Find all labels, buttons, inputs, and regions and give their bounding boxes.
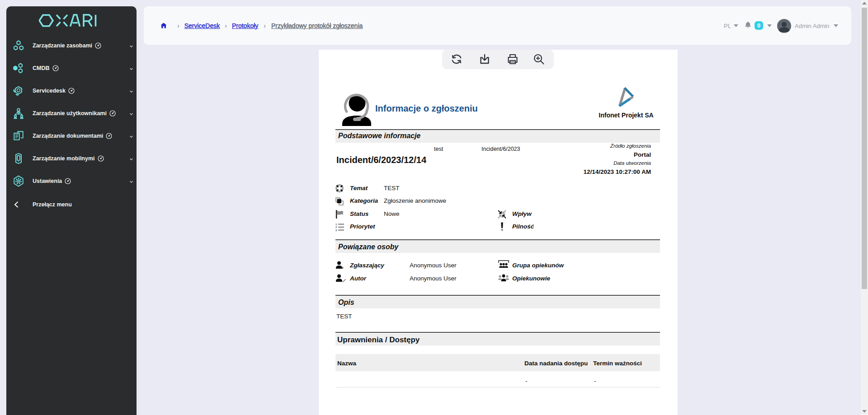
svg-text:2: 2 (335, 226, 337, 228)
svg-text:1: 1 (335, 223, 337, 226)
svg-text:3: 3 (335, 229, 337, 232)
